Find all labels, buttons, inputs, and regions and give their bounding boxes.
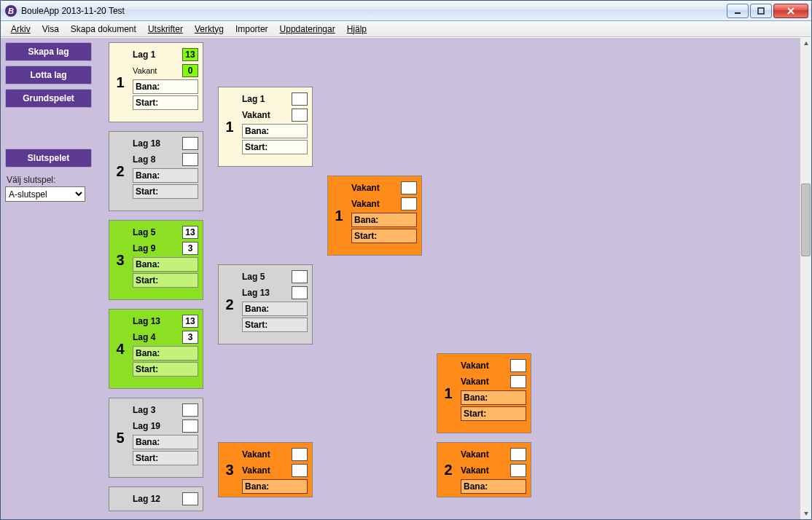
start-label: Start:	[136, 275, 158, 285]
lotta-lag-button[interactable]: Lotta lag	[5, 66, 92, 84]
bracket-canvas: 1Lag 113Vakant0Bana:Start:2Lag 18Lag 8Ba…	[101, 42, 800, 515]
menu-arkiv[interactable]: Arkiv	[5, 23, 36, 36]
team2-score[interactable]	[510, 375, 526, 388]
team2-score[interactable]	[182, 153, 198, 166]
menubar: Arkiv Visa Skapa dokument Utskrifter Ver…	[1, 21, 811, 37]
grundspelet-button[interactable]: Grundspelet	[5, 89, 92, 108]
slutspelet-button[interactable]: Slutspelet	[5, 149, 92, 168]
match-card: 3VakantVakantBana:	[218, 442, 313, 497]
start-label: Start:	[136, 98, 158, 108]
team1-label: Lag 1	[242, 94, 292, 104]
minimize-button[interactable]	[727, 4, 749, 18]
client-area: Skapa lag Lotta lag Grundspelet Slutspel…	[1, 37, 811, 519]
bana-label: Bana:	[136, 348, 160, 358]
team1-label: Vakant	[461, 449, 510, 460]
match-card: 2VakantVakantBana:	[437, 442, 531, 497]
team1-score[interactable]	[510, 448, 526, 461]
vertical-scrollbar[interactable]	[800, 38, 811, 519]
menu-visa[interactable]: Visa	[36, 23, 65, 36]
team2-label: Vakant	[461, 377, 510, 387]
start-label: Start:	[136, 453, 158, 463]
team1-score[interactable]	[182, 137, 198, 150]
menu-uppdateringar[interactable]: Uppdateringar	[274, 23, 341, 36]
team1-label: Lag 5	[242, 272, 292, 282]
team1-score[interactable]	[401, 181, 417, 194]
app-icon: B	[5, 5, 17, 17]
maximize-button[interactable]	[750, 4, 772, 18]
team2-score[interactable]	[292, 109, 308, 122]
scroll-down-icon[interactable]	[800, 508, 811, 519]
team2-label: Lag 9	[133, 243, 182, 253]
team2-label: Lag 8	[133, 154, 182, 165]
bana-label: Bana:	[464, 481, 488, 492]
team1-score[interactable]	[510, 359, 526, 372]
start-label: Start:	[464, 409, 486, 419]
match-card: 1VakantVakantBana:Start:	[327, 176, 422, 256]
team2-score[interactable]	[292, 464, 308, 477]
team1-label: Lag 13	[133, 316, 182, 326]
match-number: 1	[109, 43, 131, 122]
team2-score[interactable]	[510, 464, 526, 477]
scroll-up-icon[interactable]	[800, 38, 811, 50]
menu-verktyg[interactable]: Verktyg	[189, 23, 230, 36]
team1-label: Vakant	[461, 361, 510, 371]
skapa-lag-button[interactable]: Skapa lag	[5, 42, 92, 61]
match-card: Lag 12	[109, 486, 203, 511]
team1-score[interactable]	[182, 492, 198, 505]
bana-label: Bana:	[245, 126, 269, 136]
window-controls	[727, 4, 808, 18]
team1-label: Lag 5	[133, 227, 182, 237]
team2-score[interactable]: 0	[182, 64, 198, 77]
match-card: 1Lag 1VakantBana:Start:	[218, 87, 313, 167]
team2-label: Vakant	[461, 465, 510, 476]
match-number: 5	[109, 398, 131, 477]
team1-label: Lag 3	[133, 405, 182, 415]
slutspel-select[interactable]: A-slutspel	[5, 186, 85, 202]
bana-label: Bana:	[136, 82, 160, 92]
match-card: 3Lag 513Lag 93Bana:Start:	[109, 220, 203, 300]
team2-label: Lag 19	[133, 421, 182, 431]
start-label: Start:	[354, 231, 377, 241]
match-number: 2	[437, 443, 459, 497]
team1-score[interactable]	[292, 270, 308, 283]
menu-skapa-dokument[interactable]: Skapa dokument	[65, 23, 142, 36]
start-label: Start:	[245, 320, 268, 330]
team1-score[interactable]	[292, 448, 308, 461]
match-number: 2	[109, 132, 131, 210]
team1-score[interactable]	[292, 92, 308, 106]
match-card: 2Lag 18Lag 8Bana:Start:	[109, 131, 203, 211]
menu-importer[interactable]: Importer	[230, 23, 274, 36]
match-number: 2	[219, 265, 241, 344]
team2-score[interactable]: 3	[182, 242, 198, 255]
bana-label: Bana:	[245, 481, 269, 492]
match-card: 2Lag 5Lag 13Bana:Start:	[218, 264, 313, 344]
team2-score[interactable]: 3	[182, 331, 198, 344]
start-label: Start:	[136, 186, 158, 197]
match-card: 4Lag 1313Lag 43Bana:Start:	[109, 309, 203, 389]
bana-label: Bana:	[136, 437, 160, 447]
svg-rect-1	[758, 8, 764, 14]
team1-label: Lag 12	[133, 494, 182, 504]
match-number	[109, 487, 131, 511]
close-button[interactable]	[773, 4, 808, 18]
team1-score[interactable]: 13	[182, 48, 198, 61]
team1-score[interactable]: 13	[182, 226, 198, 239]
titlebar: B BouleApp 2013-11-20 Test	[1, 1, 811, 21]
match-card: 1Lag 113Vakant0Bana:Start:	[109, 42, 203, 122]
menu-hjalp[interactable]: Hjälp	[341, 23, 372, 36]
match-number: 1	[437, 354, 459, 433]
valj-slutspel-label: Välj slutspel:	[5, 175, 92, 185]
team2-label: Vakant	[133, 66, 182, 75]
scroll-thumb[interactable]	[801, 184, 811, 256]
team1-score[interactable]	[182, 403, 198, 417]
match-card: 1VakantVakantBana:Start:	[437, 353, 531, 433]
team2-score[interactable]	[292, 286, 308, 299]
bana-label: Bana:	[464, 393, 488, 403]
team2-label: Vakant	[351, 199, 401, 209]
team1-score[interactable]: 13	[182, 315, 198, 328]
menu-utskrifter[interactable]: Utskrifter	[142, 23, 189, 36]
start-label: Start:	[245, 142, 268, 152]
team2-score[interactable]	[401, 197, 417, 210]
bana-label: Bana:	[245, 304, 269, 314]
team2-score[interactable]	[182, 419, 198, 433]
